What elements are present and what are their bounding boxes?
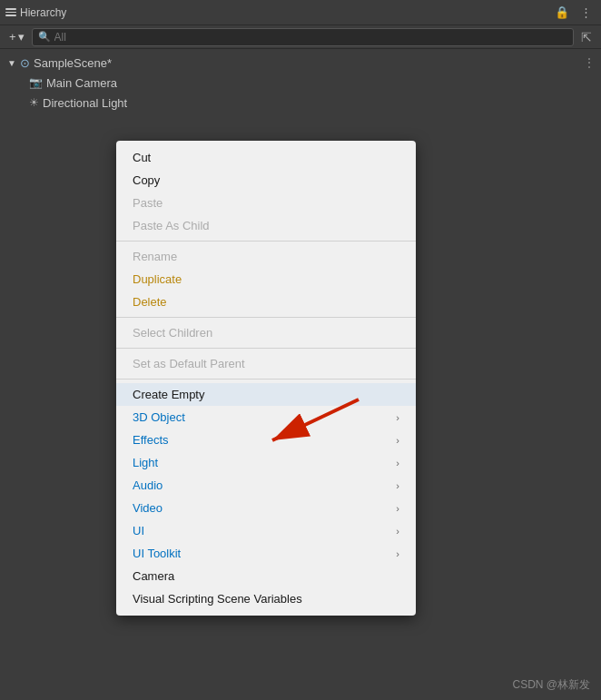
menu-item-duplicate[interactable]: Duplicate bbox=[116, 268, 416, 291]
search-input[interactable] bbox=[54, 31, 567, 44]
menu-item-create-empty[interactable]: Create Empty bbox=[116, 383, 416, 406]
menu-item-select-children: Select Children bbox=[116, 321, 416, 344]
search-box: 🔍 bbox=[32, 28, 574, 46]
separator-1 bbox=[116, 241, 416, 242]
menu-item-ui[interactable]: UI › bbox=[116, 519, 416, 542]
menu-item-copy[interactable]: Copy bbox=[116, 169, 416, 192]
header-controls: 🔒 ⋮ bbox=[551, 4, 596, 21]
menu-item-ui-toolkit[interactable]: UI Toolkit › bbox=[116, 542, 416, 565]
menu-item-effects[interactable]: Effects › bbox=[116, 429, 416, 451]
search-icon: 🔍 bbox=[38, 31, 51, 43]
add-arrow-icon: ▾ bbox=[18, 30, 25, 44]
header-bar: Hierarchy 🔒 ⋮ bbox=[0, 0, 601, 25]
arrow-icon-ui: › bbox=[396, 526, 399, 537]
toolbar: + ▾ 🔍 ⇱ bbox=[0, 25, 601, 49]
menu-item-delete[interactable]: Delete bbox=[116, 291, 416, 313]
menu-item-set-default-parent: Set as Default Parent bbox=[116, 352, 416, 375]
light-icon: ☀ bbox=[29, 96, 39, 109]
scene-icon: ⊙ bbox=[20, 56, 30, 70]
directional-light-label: Directional Light bbox=[43, 96, 127, 110]
menu-item-visual-scripting[interactable]: Visual Scripting Scene Variables bbox=[116, 587, 416, 610]
separator-3 bbox=[116, 348, 416, 349]
arrow-icon-audio: › bbox=[396, 480, 399, 491]
menu-item-paste-as-child: Paste As Child bbox=[116, 214, 416, 237]
context-menu: Cut Copy Paste Paste As Child Rename Dup… bbox=[116, 141, 416, 616]
menu-item-audio[interactable]: Audio › bbox=[116, 474, 416, 497]
arrow-icon-light: › bbox=[396, 458, 399, 468]
panel-menu-button[interactable]: ⋮ bbox=[576, 4, 596, 21]
add-button[interactable]: + ▾ bbox=[5, 28, 28, 45]
scene-menu-icon[interactable]: ⋮ bbox=[583, 55, 596, 70]
separator-4 bbox=[116, 379, 416, 380]
menu-item-rename: Rename bbox=[116, 245, 416, 268]
scene-root-row[interactable]: ▼ ⊙ SampleScene* ⋮ bbox=[0, 53, 601, 73]
expand-arrow-icon: ▼ bbox=[7, 58, 16, 68]
arrow-icon-video: › bbox=[396, 503, 399, 514]
arrow-icon-effects: › bbox=[396, 435, 399, 446]
main-camera-label: Main Camera bbox=[46, 76, 117, 90]
directional-light-row[interactable]: ☀ Directional Light bbox=[0, 93, 601, 113]
watermark: CSDN @林新发 bbox=[512, 677, 590, 693]
menu-item-3d-object[interactable]: 3D Object › bbox=[116, 406, 416, 429]
panel-title: Hierarchy bbox=[20, 6, 66, 19]
menu-item-camera[interactable]: Camera bbox=[116, 565, 416, 587]
expand-button[interactable]: ⇱ bbox=[577, 28, 596, 46]
separator-2 bbox=[116, 317, 416, 318]
main-camera-row[interactable]: 📷 Main Camera bbox=[0, 73, 601, 93]
add-label: + bbox=[9, 30, 16, 44]
menu-item-light[interactable]: Light › bbox=[116, 451, 416, 474]
menu-item-video[interactable]: Video › bbox=[116, 497, 416, 519]
camera-icon: 📷 bbox=[29, 76, 43, 89]
hierarchy-content: ▼ ⊙ SampleScene* ⋮ 📷 Main Camera ☀ Direc… bbox=[0, 49, 601, 116]
hierarchy-icon bbox=[5, 8, 16, 16]
lock-button[interactable]: 🔒 bbox=[551, 4, 573, 21]
menu-item-cut[interactable]: Cut bbox=[116, 146, 416, 169]
menu-item-paste: Paste bbox=[116, 192, 416, 214]
arrow-icon-3d: › bbox=[396, 412, 399, 423]
header-title: Hierarchy bbox=[5, 6, 66, 19]
scene-name: SampleScene* bbox=[34, 56, 112, 70]
arrow-icon-ui-toolkit: › bbox=[396, 548, 399, 559]
